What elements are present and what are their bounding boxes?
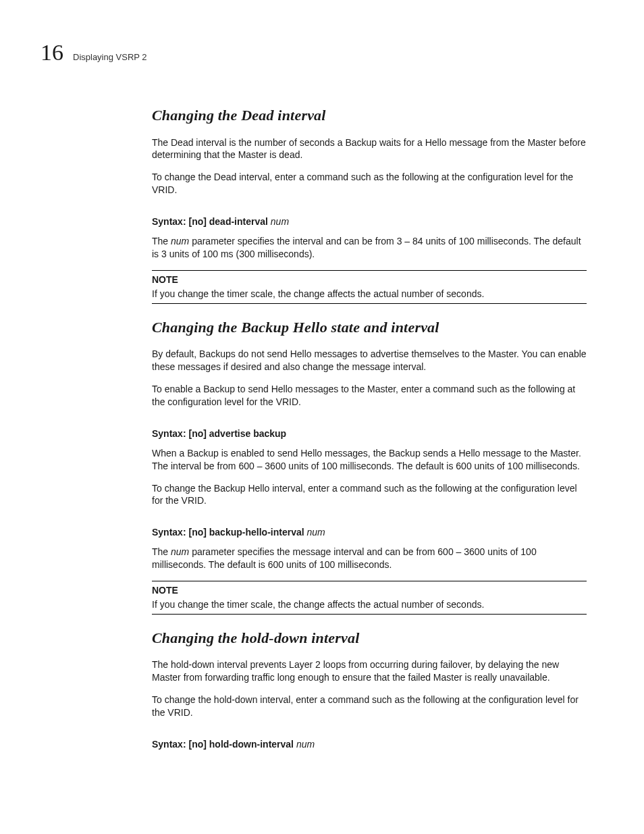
syntax-label: Syntax: <box>152 428 186 439</box>
text: parameter specifies the message interval… <box>152 546 537 570</box>
divider <box>152 303 587 304</box>
text: The <box>152 546 171 557</box>
syntax-arg: num <box>296 739 315 750</box>
syntax-label: Syntax: <box>152 527 186 538</box>
divider <box>152 270 587 271</box>
note-text: If you change the timer scale, the chang… <box>152 288 587 301</box>
paragraph: The Dead interval is the number of secon… <box>152 136 587 162</box>
section-heading-dead: Changing the Dead interval <box>152 105 587 126</box>
running-header: 16 Displaying VSRP 2 <box>41 37 587 68</box>
emphasis: num <box>171 236 189 246</box>
paragraph: The hold-down interval prevents Layer 2 … <box>152 658 587 684</box>
note-label: NOTE <box>152 584 587 597</box>
paragraph: To change the Dead interval, enter a com… <box>152 171 587 197</box>
syntax-label: Syntax: <box>152 739 186 750</box>
syntax-command: [no] advertise backup <box>186 428 287 439</box>
note-text: If you change the timer scale, the chang… <box>152 598 587 611</box>
syntax-command: [no] backup-hello-interval <box>186 527 307 538</box>
paragraph: When a Backup is enabled to send Hello m… <box>152 447 587 473</box>
note-label: NOTE <box>152 273 587 286</box>
paragraph: The num parameter specifies the interval… <box>152 235 587 261</box>
paragraph: By default, Backups do not send Hello me… <box>152 348 587 373</box>
text: parameter specifies the interval and can… <box>152 236 581 259</box>
syntax-command: [no] dead-interval <box>186 216 271 227</box>
syntax-line: Syntax: [no] hold-down-interval num <box>152 738 587 751</box>
paragraph: To enable a Backup to send Hello message… <box>152 383 587 409</box>
emphasis: num <box>171 546 189 557</box>
section-heading-hold: Changing the hold-down interval <box>152 628 587 648</box>
syntax-command: [no] hold-down-interval <box>186 739 296 750</box>
syntax-line: Syntax: [no] advertise backup <box>152 427 587 440</box>
paragraph: To change the hold-down interval, enter … <box>152 694 587 719</box>
syntax-line: Syntax: [no] backup-hello-interval num <box>152 526 587 539</box>
syntax-label: Syntax: <box>152 216 186 227</box>
divider <box>152 581 587 581</box>
chapter-number: 16 <box>41 37 63 68</box>
page: 16 Displaying VSRP 2 Changing the Dead i… <box>0 0 644 798</box>
content-area: Changing the Dead interval The Dead inte… <box>152 105 587 751</box>
divider <box>152 614 587 615</box>
note-block: NOTE If you change the timer scale, the … <box>152 270 587 304</box>
syntax-arg: num <box>306 527 325 538</box>
text: The <box>152 236 171 246</box>
section-heading-backup: Changing the Backup Hello state and inte… <box>152 317 587 338</box>
syntax-arg: num <box>271 216 289 227</box>
running-title: Displaying VSRP 2 <box>73 51 147 63</box>
syntax-line: Syntax: [no] dead-interval num <box>152 215 587 228</box>
paragraph: The num parameter specifies the message … <box>152 546 587 571</box>
note-block: NOTE If you change the timer scale, the … <box>152 581 587 615</box>
paragraph: To change the Backup Hello interval, ent… <box>152 482 587 508</box>
